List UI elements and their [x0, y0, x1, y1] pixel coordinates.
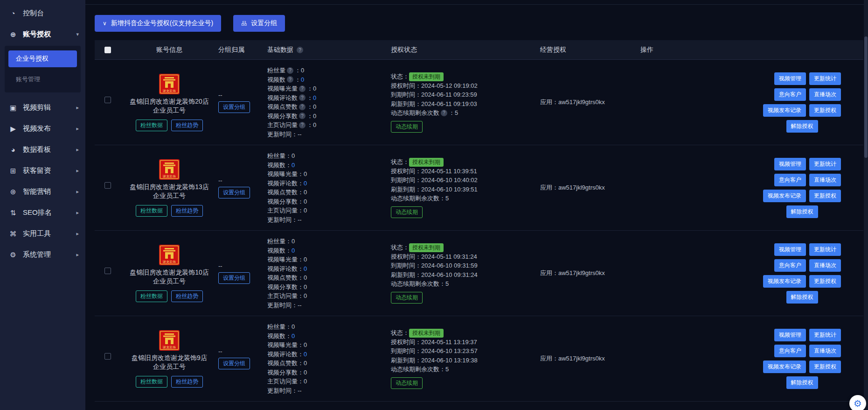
fans-trend-button[interactable]: 粉丝趋势	[171, 376, 203, 388]
floating-assistant-button[interactable]: ⚙	[849, 395, 866, 410]
fans-data-button[interactable]: 粉丝数据	[136, 120, 167, 131]
video-publish-record-button[interactable]: 视频发布记录	[763, 361, 806, 373]
set-group-row-button[interactable]: 设置分组	[218, 101, 250, 113]
revoke-authorization-button[interactable]: 解除授权	[786, 376, 818, 389]
help-icon[interactable]: ?	[299, 85, 306, 92]
sidebar-item-smart-marketing[interactable]: ⊛ 智能营销 ▸	[0, 181, 85, 202]
set-group-row-button[interactable]: 设置分组	[218, 187, 250, 198]
scrollbar-thumb[interactable]	[864, 36, 868, 158]
table-row: 谢龙装饰 盘锦旧房改造谢龙装饰20店 企业员工号 粉丝数据 粉丝趋势 -- 设置…	[95, 60, 863, 145]
help-icon[interactable]: ?	[441, 110, 447, 116]
stat-label: 粉丝量	[267, 66, 285, 75]
status-line: 状态 ： 授权未到期	[391, 72, 444, 81]
stat-value[interactable]: 0	[304, 350, 307, 359]
row-checkbox[interactable]	[104, 97, 111, 103]
revoke-authorization-button[interactable]: 解除授权	[786, 120, 818, 133]
renew-remaining-value: 5	[445, 279, 449, 289]
stat-line: 视频数 ? ： 0	[267, 332, 295, 341]
revoke-authorization-button[interactable]: 解除授权	[786, 205, 818, 218]
help-icon[interactable]: ?	[287, 76, 293, 83]
intent-customer-button[interactable]: 意向客户	[774, 345, 806, 357]
select-all-checkbox[interactable]	[104, 47, 111, 53]
help-icon[interactable]: ?	[297, 47, 303, 53]
fans-data-button[interactable]: 粉丝数据	[136, 376, 167, 388]
dynamic-renew-button[interactable]: 动态续期	[391, 292, 423, 304]
update-stats-button[interactable]: 更新统计	[809, 158, 841, 170]
row-checkbox[interactable]	[104, 353, 111, 360]
submenu-item-label: 企业号授权	[16, 55, 49, 63]
help-icon[interactable]: ?	[299, 122, 306, 128]
set-group-row-button[interactable]: 设置分组	[218, 358, 250, 369]
stat-value[interactable]: 0	[304, 264, 307, 274]
renew-authorization-button[interactable]: 更新授权	[809, 104, 841, 117]
fans-data-button[interactable]: 粉丝数据	[136, 290, 167, 302]
dynamic-renew-button[interactable]: 动态续期	[391, 206, 423, 218]
row-checkbox[interactable]	[104, 182, 111, 189]
expire-time-value: 2024-06-11 09:23:59	[421, 90, 477, 99]
sidebar-item-account-auth[interactable]: ⊕ 账号授权 ▾	[0, 24, 85, 45]
dynamic-renew-button[interactable]: 动态续期	[391, 377, 423, 389]
renew-authorization-button[interactable]: 更新授权	[809, 361, 841, 373]
stat-label: 主页访问量	[267, 377, 298, 386]
sidebar-item-video-edit[interactable]: ▣ 视频剪辑 ▸	[0, 97, 85, 118]
sidebar-item-seo-rank[interactable]: ⇅ SEO排名 ▸	[0, 202, 85, 223]
live-sessions-button[interactable]: 直播场次	[809, 259, 841, 272]
renew-remaining-line: 动态续期剩余次数 ? ： 5	[391, 194, 449, 203]
sidebar-subitem-enterprise-auth[interactable]: 企业号授权	[8, 50, 77, 67]
dynamic-renew-button[interactable]: 动态续期	[391, 121, 423, 133]
live-sessions-button[interactable]: 直播场次	[809, 88, 841, 101]
video-publish-record-button[interactable]: 视频发布记录	[763, 190, 806, 202]
status-badge: 授权未到期	[409, 329, 444, 338]
video-manage-button[interactable]: 视频管理	[774, 243, 806, 256]
stat-line: 视频点赞数 ? ： 0	[267, 273, 307, 283]
sidebar-item-video-publish[interactable]: ▶ 视频发布 ▸	[0, 118, 85, 139]
stat-value[interactable]: 0	[301, 75, 304, 85]
help-icon[interactable]: ?	[299, 104, 306, 110]
set-group-button[interactable]: 品 设置分组	[233, 15, 285, 32]
add-enterprise-auth-button[interactable]: ∨ 新增抖音企业号授权(仅支持企业号)	[95, 15, 221, 32]
help-icon[interactable]: ?	[287, 67, 293, 74]
account-logo-text: 谢龙装饰	[162, 175, 176, 178]
renew-authorization-button[interactable]: 更新授权	[809, 275, 841, 288]
fans-data-button[interactable]: 粉丝数据	[136, 205, 167, 217]
account-logo: 谢龙装饰	[159, 245, 180, 265]
fans-trend-button[interactable]: 粉丝趋势	[171, 205, 203, 217]
stat-value[interactable]: 0	[292, 246, 295, 255]
stat-label: 视频数	[267, 246, 285, 255]
scrollbar[interactable]	[864, 0, 868, 410]
update-stats-button[interactable]: 更新统计	[809, 329, 841, 341]
renew-authorization-button[interactable]: 更新授权	[809, 190, 841, 202]
revoke-authorization-button[interactable]: 解除授权	[786, 291, 818, 304]
stat-label: 更新时间	[267, 215, 292, 225]
help-icon[interactable]: ?	[299, 94, 306, 101]
set-group-row-button[interactable]: 设置分组	[218, 272, 250, 284]
update-stats-button[interactable]: 更新统计	[809, 72, 841, 85]
live-sessions-button[interactable]: 直播场次	[809, 174, 841, 186]
row-checkbox[interactable]	[104, 268, 111, 274]
app-id-value: aw517jkl9gtrs0kx	[558, 98, 605, 107]
video-publish-record-button[interactable]: 视频发布记录	[763, 104, 806, 117]
intent-customer-button[interactable]: 意向客户	[774, 174, 806, 186]
sidebar-item-data-board[interactable]: ◕ 数据看板 ▸	[0, 139, 85, 160]
video-manage-button[interactable]: 视频管理	[774, 158, 806, 170]
update-stats-button[interactable]: 更新统计	[809, 243, 841, 256]
video-manage-button[interactable]: 视频管理	[774, 72, 806, 85]
stat-value[interactable]: 0	[313, 93, 316, 103]
sidebar-subitem-account-manage[interactable]: 账号管理	[8, 71, 77, 88]
sidebar-item-console[interactable]: ◔ 控制台	[0, 3, 85, 24]
stat-value[interactable]: 0	[292, 332, 295, 341]
sidebar-item-tools[interactable]: ⌘ 实用工具 ▸	[0, 223, 85, 244]
sidebar-item-leads[interactable]: ⊞ 获客留资 ▸	[0, 160, 85, 181]
stat-value[interactable]: 0	[304, 179, 307, 188]
fans-trend-button[interactable]: 粉丝趋势	[171, 120, 203, 131]
intent-customer-button[interactable]: 意向客户	[774, 88, 806, 101]
stat-label: 视频评论数	[267, 350, 298, 359]
video-manage-button[interactable]: 视频管理	[774, 329, 806, 341]
live-sessions-button[interactable]: 直播场次	[809, 345, 841, 357]
intent-customer-button[interactable]: 意向客户	[774, 259, 806, 272]
stat-value[interactable]: 0	[292, 161, 295, 170]
fans-trend-button[interactable]: 粉丝趋势	[171, 290, 203, 302]
help-icon[interactable]: ?	[299, 113, 306, 119]
sidebar-item-system-manage[interactable]: ⚙ 系统管理 ▸	[0, 244, 85, 265]
video-publish-record-button[interactable]: 视频发布记录	[763, 275, 806, 288]
